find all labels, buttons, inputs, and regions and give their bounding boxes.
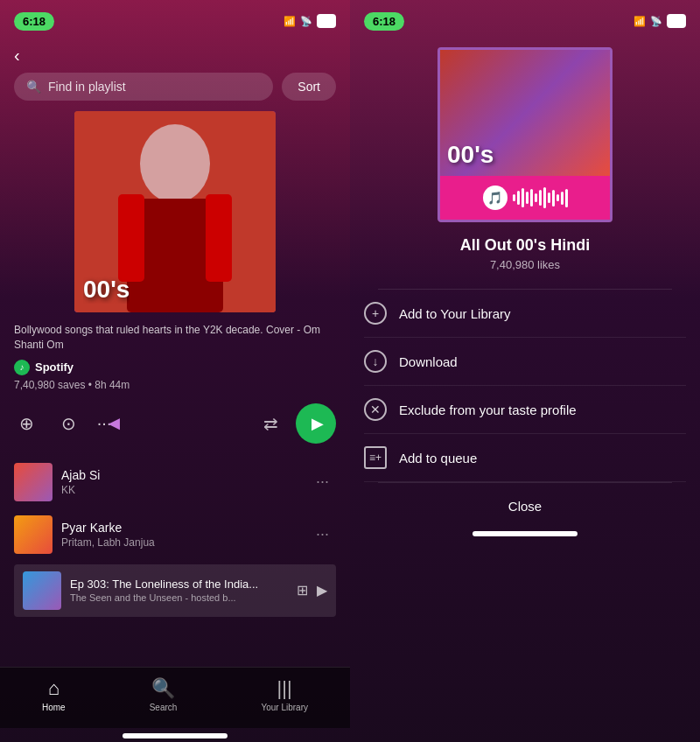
signal-icon: 📶 [284,16,296,27]
context-menu: + Add to Your Library ↓ Download ✕ Exclu… [350,289,700,483]
search-input[interactable]: Find in playlist [48,80,126,94]
track-item: Pyar Karke Pritam, Labh Janjua ··· [14,508,336,561]
add-to-library-item[interactable]: + Add to Your Library [364,290,686,338]
nav-home[interactable]: ⌂ Home [42,677,66,712]
track-info-ajab: Ajab Si KK [61,468,300,496]
shuffle-icon[interactable]: ⇄ [263,413,278,434]
playlist-meta: 7,40,980 saves • 8h 44m [14,379,336,391]
home-indicator-right [472,531,578,536]
wave-bar [539,190,542,206]
podcast-controls: ⊞ ▶ [297,582,327,598]
home-icon: ⌂ [48,677,60,700]
purple-arrow: ◄ [104,412,123,435]
close-button[interactable]: Close [350,486,700,526]
spotify-name: Spotify [35,360,74,374]
wave-bar [552,190,555,206]
wifi-icon-right: 📡 [650,16,662,27]
nav-search-label: Search [150,703,178,712]
search-nav-icon: 🔍 [151,677,175,700]
right-art-background: 00's [440,50,610,220]
exclude-icon: ✕ [364,398,387,421]
track-more-icon[interactable]: ··· [309,469,336,494]
add-to-queue-item[interactable]: ≡+ Add to queue [364,434,686,482]
right-album-wrap: 00's [350,38,700,289]
download-label: Download [399,354,458,369]
queue-icon: ≡+ [364,446,387,469]
wave-bar [561,192,564,205]
add-icon[interactable]: ⊕ [14,411,38,436]
library-icon: ||| [277,677,292,700]
right-album-art: 00's [438,47,612,222]
signal-icon-right: 📶 [634,16,646,27]
left-panel: 6:18 📶 📡 85 ‹ 🔍 Find in playlist Sort 00… [0,0,350,742]
search-input-wrap[interactable]: 🔍 Find in playlist [14,73,273,101]
podcast-item[interactable]: Ep 303: The Loneliness of the India... T… [14,564,336,617]
podcast-play-icon[interactable]: ▶ [317,582,327,598]
track-info-pyar: Pyar Karke Pritam, Labh Janjua [61,521,300,549]
podcast-subtitle: The Seen and the Unseen - hosted b... [70,592,288,603]
nav-library[interactable]: ||| Your Library [261,677,308,712]
more-options-icon[interactable]: ··· ◄ [98,411,122,436]
wave-bar [526,192,528,204]
bottom-nav-left: ⌂ Home 🔍 Search ||| Your Library [0,667,350,728]
playlist-title-right: All Out 00's Hindi [460,236,590,255]
playlist-description: Bollywood songs that ruled hearts in the… [14,323,336,353]
track-title: Ajab Si [61,468,300,482]
wave-bar [548,192,550,203]
art-background: 00's [74,111,276,312]
podcast-device-icon[interactable]: ⊞ [297,582,308,598]
podcast-info: Ep 303: The Loneliness of the India... T… [70,578,288,603]
wave-bar [522,188,524,207]
download-icon[interactable]: ⊙ [56,411,80,436]
wave-bar [535,193,537,202]
spotify-brand: ♪ Spotify [14,360,336,375]
download-icon-right: ↓ [364,350,387,373]
action-row: ⊕ ⊙ ··· ◄ ⇄ [0,403,350,444]
track-item: Ajab Si KK ··· [14,456,336,508]
playlist-info: Bollywood songs that ruled hearts in the… [0,323,350,403]
soundwave [513,187,568,208]
divider-bottom [378,482,672,483]
nav-search[interactable]: 🔍 Search [150,677,178,712]
playlist-likes: 7,40,980 likes [490,258,560,271]
add-to-library-label: Add to Your Library [399,306,511,321]
back-button[interactable]: ‹ [0,38,350,73]
battery-right: 85 [667,14,686,28]
right-panel: 6:18 📶 📡 85 00's [350,0,700,742]
status-time-right: 6:18 [364,12,404,31]
track-thumb-ajab [14,463,52,501]
wave-bar [565,189,568,207]
wifi-icon: 📡 [300,16,312,27]
sort-button[interactable]: Sort [282,73,336,101]
wave-bar [513,194,515,201]
album-overlay-text: 00's [83,276,130,303]
spotify-circle-right [483,186,508,210]
queue-label: Add to queue [399,451,477,466]
search-icon: 🔍 [26,80,41,94]
podcast-title: Ep 303: The Loneliness of the India... [70,578,288,591]
download-item[interactable]: ↓ Download [364,338,686,386]
track-more-icon[interactable]: ··· [309,522,336,547]
wave-bar [556,194,559,201]
battery-left: 85 [317,14,336,28]
search-bar: 🔍 Find in playlist Sort [0,73,350,101]
status-bar-left: 6:18 📶 📡 85 [0,0,350,38]
play-button[interactable] [296,403,336,444]
home-indicator-left [122,733,228,738]
exclude-label: Exclude from your taste profile [399,402,577,417]
status-bar-right: 6:18 📶 📡 85 [350,0,700,38]
podcast-thumbnail [23,571,61,610]
track-title: Pyar Karke [61,521,300,535]
nav-library-label: Your Library [261,703,308,712]
right-art-bottom-bar [440,176,610,220]
exclude-taste-item[interactable]: ✕ Exclude from your taste profile [364,386,686,434]
wave-bar [543,187,546,208]
spotify-logo-small: ♪ [14,360,30,375]
status-icons-right: 📶 📡 85 [634,14,686,28]
track-list: Ajab Si KK ··· Pyar Karke Pritam, Labh J… [0,456,350,667]
right-art-overlay-text: 00's [447,141,494,169]
add-to-library-icon: + [364,302,387,325]
track-thumb-pyar [14,515,52,554]
wave-bar [517,191,520,205]
track-artist: Pritam, Labh Janjua [61,536,300,549]
